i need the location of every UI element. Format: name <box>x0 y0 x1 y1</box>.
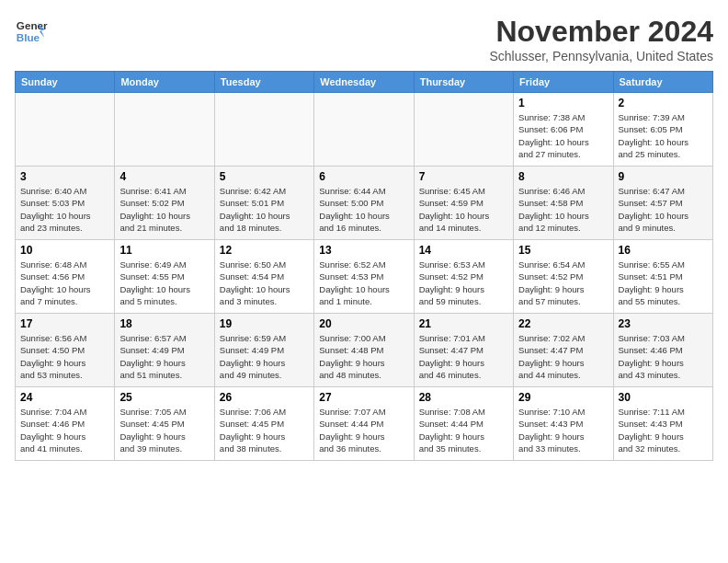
day-header-monday: Monday <box>115 72 214 93</box>
day-number: 18 <box>119 317 209 330</box>
day-info: Sunrise: 6:48 AMSunset: 4:56 PMDaylight:… <box>20 259 109 307</box>
day-header-sunday: Sunday <box>16 72 115 93</box>
day-number: 7 <box>419 170 508 183</box>
day-number: 30 <box>619 391 708 404</box>
day-info: Sunrise: 7:08 AMSunset: 4:44 PMDaylight:… <box>419 406 508 454</box>
calendar-cell: 13Sunrise: 6:52 AMSunset: 4:53 PMDayligh… <box>314 240 414 314</box>
day-info: Sunrise: 6:55 AMSunset: 4:51 PMDaylight:… <box>619 259 708 307</box>
calendar-cell: 18Sunrise: 6:57 AMSunset: 4:49 PMDayligh… <box>115 314 214 387</box>
day-number: 12 <box>220 244 309 257</box>
day-header-tuesday: Tuesday <box>214 72 313 93</box>
calendar-cell: 2Sunrise: 7:39 AMSunset: 6:05 PMDaylight… <box>613 93 712 167</box>
day-number: 8 <box>518 170 608 183</box>
location: Schlusser, Pennsylvania, United States <box>489 49 713 63</box>
calendar-cell: 26Sunrise: 7:06 AMSunset: 4:45 PMDayligh… <box>214 387 313 461</box>
day-info: Sunrise: 6:54 AMSunset: 4:52 PMDaylight:… <box>518 259 608 307</box>
day-number: 3 <box>20 170 109 183</box>
calendar-cell: 6Sunrise: 6:44 AMSunset: 5:00 PMDaylight… <box>314 167 414 240</box>
day-number: 14 <box>419 244 508 257</box>
calendar-cell: 9Sunrise: 6:47 AMSunset: 4:57 PMDaylight… <box>613 167 712 240</box>
calendar-cell: 10Sunrise: 6:48 AMSunset: 4:56 PMDayligh… <box>16 240 115 314</box>
calendar-cell: 3Sunrise: 6:40 AMSunset: 5:03 PMDaylight… <box>16 167 115 240</box>
calendar-cell: 14Sunrise: 6:53 AMSunset: 4:52 PMDayligh… <box>414 240 513 314</box>
calendar-week-3: 10Sunrise: 6:48 AMSunset: 4:56 PMDayligh… <box>16 240 713 314</box>
day-info: Sunrise: 7:11 AMSunset: 4:43 PMDaylight:… <box>619 406 708 454</box>
calendar-cell: 20Sunrise: 7:00 AMSunset: 4:48 PMDayligh… <box>314 314 414 387</box>
day-number: 24 <box>20 391 109 404</box>
calendar-cell <box>115 93 214 167</box>
day-header-wednesday: Wednesday <box>314 72 414 93</box>
day-number: 1 <box>518 97 608 109</box>
calendar-cell <box>414 93 513 167</box>
calendar-cell: 28Sunrise: 7:08 AMSunset: 4:44 PMDayligh… <box>414 387 513 461</box>
month-title: November 2024 <box>489 15 713 49</box>
day-number: 27 <box>319 391 408 404</box>
calendar-week-2: 3Sunrise: 6:40 AMSunset: 5:03 PMDaylight… <box>16 167 713 240</box>
day-info: Sunrise: 6:57 AMSunset: 4:49 PMDaylight:… <box>119 332 209 381</box>
day-info: Sunrise: 7:03 AMSunset: 4:46 PMDaylight:… <box>619 332 708 381</box>
day-number: 6 <box>319 170 408 183</box>
logo-icon: General Blue <box>15 15 48 48</box>
day-info: Sunrise: 7:39 AMSunset: 6:05 PMDaylight:… <box>619 111 708 160</box>
calendar-cell: 12Sunrise: 6:50 AMSunset: 4:54 PMDayligh… <box>214 240 313 314</box>
day-info: Sunrise: 7:38 AMSunset: 6:06 PMDaylight:… <box>518 111 608 160</box>
day-number: 21 <box>419 317 508 330</box>
calendar-cell: 23Sunrise: 7:03 AMSunset: 4:46 PMDayligh… <box>613 314 712 387</box>
day-info: Sunrise: 6:41 AMSunset: 5:02 PMDaylight:… <box>119 185 209 234</box>
calendar-cell: 22Sunrise: 7:02 AMSunset: 4:47 PMDayligh… <box>514 314 613 387</box>
day-info: Sunrise: 6:46 AMSunset: 4:58 PMDaylight:… <box>518 185 608 234</box>
calendar-cell: 8Sunrise: 6:46 AMSunset: 4:58 PMDaylight… <box>514 167 613 240</box>
day-number: 20 <box>319 317 408 330</box>
calendar-cell <box>314 93 414 167</box>
calendar-week-4: 17Sunrise: 6:56 AMSunset: 4:50 PMDayligh… <box>16 314 713 387</box>
day-info: Sunrise: 6:53 AMSunset: 4:52 PMDaylight:… <box>419 259 508 307</box>
day-number: 2 <box>619 97 708 109</box>
day-info: Sunrise: 7:04 AMSunset: 4:46 PMDaylight:… <box>20 406 109 454</box>
day-info: Sunrise: 6:56 AMSunset: 4:50 PMDaylight:… <box>20 332 109 381</box>
day-info: Sunrise: 6:42 AMSunset: 5:01 PMDaylight:… <box>220 185 309 234</box>
day-number: 15 <box>518 244 608 257</box>
day-number: 5 <box>220 170 309 183</box>
day-number: 11 <box>119 244 209 257</box>
day-header-thursday: Thursday <box>414 72 513 93</box>
calendar-cell: 7Sunrise: 6:45 AMSunset: 4:59 PMDaylight… <box>414 167 513 240</box>
calendar-cell: 27Sunrise: 7:07 AMSunset: 4:44 PMDayligh… <box>314 387 414 461</box>
day-info: Sunrise: 7:00 AMSunset: 4:48 PMDaylight:… <box>319 332 408 381</box>
day-info: Sunrise: 7:05 AMSunset: 4:45 PMDaylight:… <box>119 406 209 454</box>
calendar-cell <box>16 93 115 167</box>
calendar-header-row: SundayMondayTuesdayWednesdayThursdayFrid… <box>16 72 713 93</box>
day-info: Sunrise: 6:52 AMSunset: 4:53 PMDaylight:… <box>319 259 408 307</box>
day-number: 16 <box>619 244 708 257</box>
day-info: Sunrise: 7:06 AMSunset: 4:45 PMDaylight:… <box>220 406 309 454</box>
day-info: Sunrise: 6:59 AMSunset: 4:49 PMDaylight:… <box>220 332 309 381</box>
day-number: 28 <box>419 391 508 404</box>
day-info: Sunrise: 6:47 AMSunset: 4:57 PMDaylight:… <box>619 185 708 234</box>
day-number: 9 <box>619 170 708 183</box>
calendar-cell: 15Sunrise: 6:54 AMSunset: 4:52 PMDayligh… <box>514 240 613 314</box>
day-number: 29 <box>518 391 608 404</box>
day-info: Sunrise: 6:44 AMSunset: 5:00 PMDaylight:… <box>319 185 408 234</box>
day-number: 25 <box>119 391 209 404</box>
day-info: Sunrise: 6:49 AMSunset: 4:55 PMDaylight:… <box>119 259 209 307</box>
day-info: Sunrise: 7:01 AMSunset: 4:47 PMDaylight:… <box>419 332 508 381</box>
day-number: 4 <box>119 170 209 183</box>
day-header-friday: Friday <box>514 72 613 93</box>
calendar-cell: 16Sunrise: 6:55 AMSunset: 4:51 PMDayligh… <box>613 240 712 314</box>
calendar-cell: 11Sunrise: 6:49 AMSunset: 4:55 PMDayligh… <box>115 240 214 314</box>
logo: General Blue <box>15 15 48 48</box>
day-number: 26 <box>220 391 309 404</box>
day-info: Sunrise: 7:10 AMSunset: 4:43 PMDaylight:… <box>518 406 608 454</box>
day-number: 19 <box>220 317 309 330</box>
calendar-cell: 1Sunrise: 7:38 AMSunset: 6:06 PMDaylight… <box>514 93 613 167</box>
title-area: November 2024 Schlusser, Pennsylvania, U… <box>489 15 713 63</box>
day-number: 17 <box>20 317 109 330</box>
day-number: 10 <box>20 244 109 257</box>
calendar-cell: 29Sunrise: 7:10 AMSunset: 4:43 PMDayligh… <box>514 387 613 461</box>
header: General Blue November 2024 Schlusser, Pe… <box>15 15 713 63</box>
calendar-week-5: 24Sunrise: 7:04 AMSunset: 4:46 PMDayligh… <box>16 387 713 461</box>
day-header-saturday: Saturday <box>613 72 712 93</box>
day-number: 22 <box>518 317 608 330</box>
day-info: Sunrise: 7:07 AMSunset: 4:44 PMDaylight:… <box>319 406 408 454</box>
day-number: 23 <box>619 317 708 330</box>
calendar-cell: 19Sunrise: 6:59 AMSunset: 4:49 PMDayligh… <box>214 314 313 387</box>
